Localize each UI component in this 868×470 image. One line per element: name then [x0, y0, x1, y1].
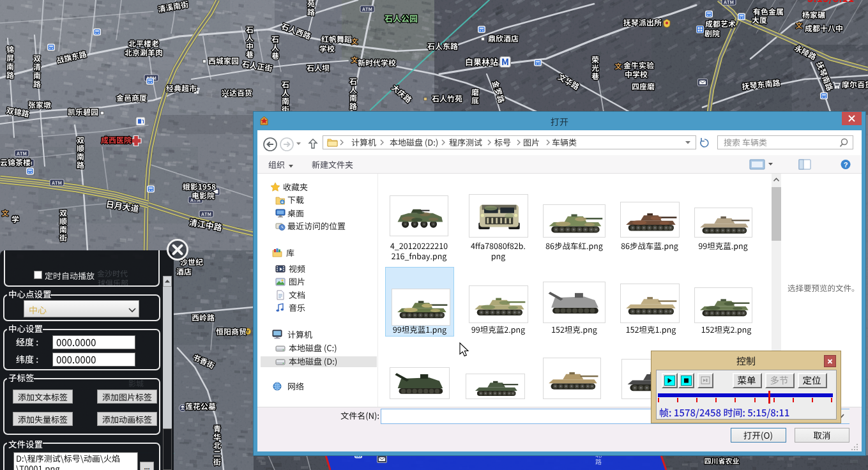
svg-text:?: ?	[844, 161, 848, 169]
